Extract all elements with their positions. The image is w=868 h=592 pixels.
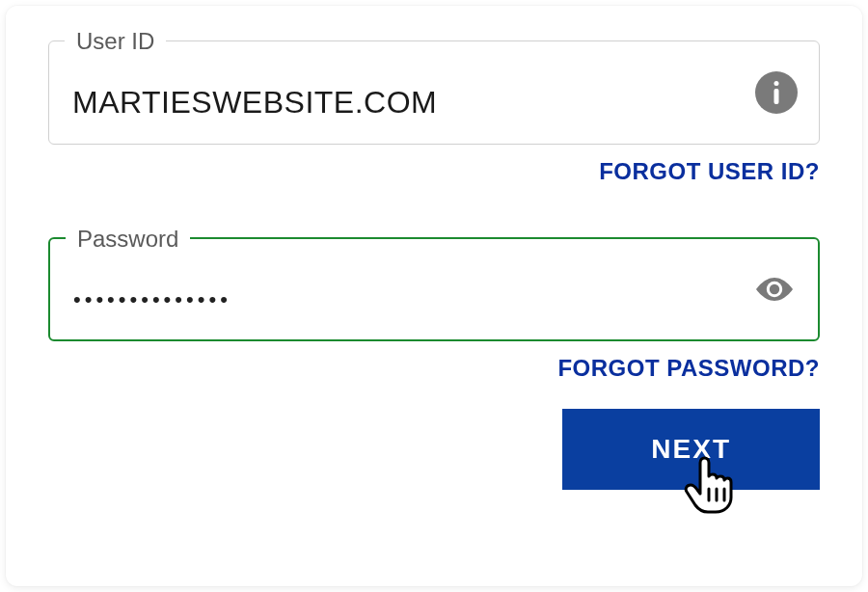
- svg-rect-2: [774, 89, 779, 104]
- password-input[interactable]: ••••••••••••••: [73, 287, 795, 316]
- userid-field-wrap[interactable]: User ID: [48, 40, 820, 145]
- userid-field-group: User ID: [48, 40, 820, 145]
- next-button[interactable]: NEXT: [562, 409, 820, 490]
- svg-point-4: [770, 284, 779, 294]
- userid-input[interactable]: [72, 85, 796, 121]
- password-field-wrap[interactable]: Password ••••••••••••••: [48, 237, 820, 341]
- userid-label: User ID: [65, 28, 166, 55]
- login-card: User ID FORGOT USER ID? Password •••••••…: [6, 6, 862, 586]
- forgot-password-link[interactable]: FORGOT PASSWORD?: [557, 355, 820, 381]
- button-row: NEXT: [48, 409, 820, 490]
- password-label: Password: [66, 226, 190, 253]
- forgot-password-row: FORGOT PASSWORD?: [48, 355, 820, 382]
- forgot-userid-row: FORGOT USER ID?: [48, 158, 820, 185]
- svg-rect-1: [774, 81, 779, 86]
- info-icon[interactable]: [755, 71, 798, 114]
- eye-icon[interactable]: [752, 267, 797, 311]
- password-field-group: Password ••••••••••••••: [48, 237, 820, 341]
- forgot-userid-link[interactable]: FORGOT USER ID?: [599, 158, 820, 184]
